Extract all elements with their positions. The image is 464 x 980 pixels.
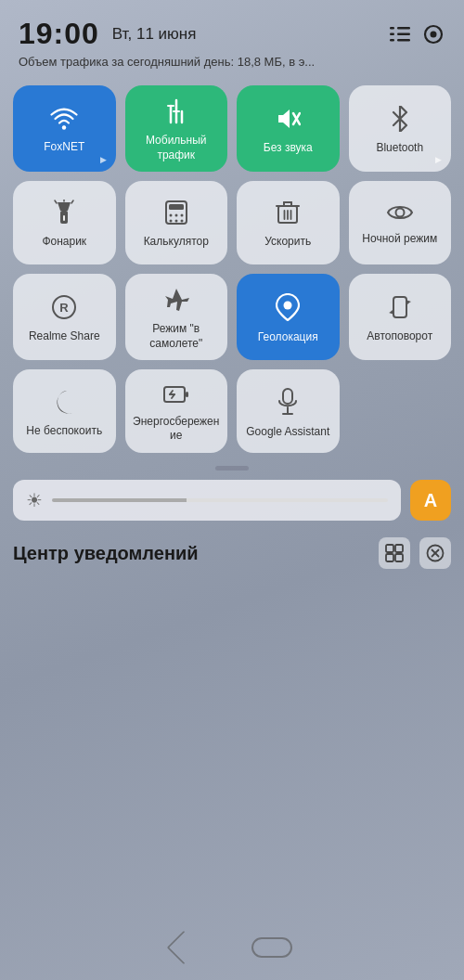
svg-point-25 — [169, 214, 172, 217]
autorotate-icon — [387, 294, 413, 324]
tile-accelerate[interactable]: Ускорить — [237, 181, 340, 264]
tile-autorotate[interactable]: Автоповорот — [349, 274, 452, 360]
svg-point-26 — [174, 214, 177, 217]
night-mode-label: Ночной режим — [362, 232, 437, 247]
svg-rect-49 — [283, 389, 292, 404]
night-mode-icon — [387, 202, 413, 226]
svg-point-29 — [174, 220, 177, 223]
wifi-label: FoxNET — [44, 140, 84, 155]
tile-calculator[interactable]: Калькулятор — [125, 181, 228, 264]
svg-rect-43 — [393, 297, 406, 317]
tile-airplane[interactable]: Режим "в самолете" — [125, 274, 228, 360]
svg-rect-24 — [169, 204, 184, 210]
silent-icon — [275, 106, 301, 135]
status-bar: 19:00 Вт, 11 июня — [0, 0, 464, 55]
mobile-traffic-icon — [164, 98, 188, 128]
tile-flashlight[interactable]: Фонарик — [13, 181, 116, 264]
tile-bluetooth[interactable]: Bluetooth▶ — [349, 85, 452, 172]
geolocation-icon — [276, 293, 300, 325]
google-assistant-icon — [277, 388, 298, 419]
tile-night-mode[interactable]: Ночной режим — [349, 181, 452, 264]
brightness-row: ☀ A — [13, 480, 451, 521]
realme-share-icon: R — [51, 294, 77, 324]
tile-battery-saver[interactable]: Энергосбережение — [125, 369, 228, 453]
svg-rect-1 — [397, 32, 410, 35]
calculator-label: Калькулятор — [144, 235, 209, 250]
airplane-icon — [163, 287, 189, 316]
svg-point-28 — [169, 220, 172, 223]
flashlight-label: Фонарик — [42, 235, 86, 250]
quick-tiles-grid: FoxNET▶ Мобильный трафик Без звука Bluet… — [0, 78, 464, 453]
airplane-label: Режим "в самолете" — [131, 322, 223, 351]
svg-line-21 — [71, 200, 73, 203]
svg-marker-18 — [58, 202, 71, 211]
accelerate-label: Ускорить — [264, 235, 311, 250]
back-arrow-icon — [167, 931, 201, 965]
svg-point-30 — [180, 220, 183, 223]
battery-saver-icon — [163, 383, 189, 409]
svg-point-7 — [431, 31, 437, 37]
svg-point-8 — [62, 125, 66, 129]
nav-bar — [0, 915, 464, 980]
notification-layout-button[interactable] — [379, 537, 410, 569]
status-icons — [388, 22, 445, 46]
tile-geolocation[interactable]: Геолокация — [237, 274, 340, 360]
scroll-indicator — [0, 466, 464, 471]
geolocation-label: Геолокация — [258, 330, 318, 345]
notification-clear-button[interactable] — [419, 537, 451, 569]
tile-wifi[interactable]: FoxNET▶ — [13, 85, 116, 172]
status-date: Вт, 11 июня — [112, 25, 197, 44]
svg-rect-4 — [390, 32, 394, 35]
scroll-dot — [215, 466, 249, 471]
tile-mobile-traffic[interactable]: Мобильный трафик — [125, 85, 228, 172]
flashlight-icon — [53, 200, 75, 229]
autorotate-label: Автоповорот — [367, 329, 432, 344]
svg-point-27 — [180, 214, 183, 217]
battery-saver-label: Энергосбережение — [131, 415, 223, 444]
mobile-traffic-label: Мобильный трафик — [131, 134, 223, 162]
bluetooth-icon — [389, 106, 411, 135]
svg-rect-54 — [386, 554, 393, 561]
svg-rect-55 — [395, 554, 403, 561]
brightness-slider[interactable] — [52, 498, 388, 502]
nav-home-button[interactable] — [251, 937, 292, 958]
silent-label: Без звука — [264, 141, 313, 156]
bluetooth-arrow-icon: ▶ — [435, 155, 442, 164]
tile-dnd[interactable]: Не беспокоить — [13, 369, 116, 453]
calculator-icon — [164, 200, 188, 229]
svg-rect-53 — [395, 545, 403, 552]
svg-rect-45 — [186, 392, 188, 397]
svg-rect-0 — [397, 27, 410, 30]
notification-area — [13, 578, 451, 708]
list-icon — [388, 22, 412, 46]
tile-realme-share[interactable]: R Realme Share — [13, 274, 116, 360]
dnd-icon — [52, 389, 76, 419]
bluetooth-label: Bluetooth — [376, 141, 423, 156]
accelerate-icon — [276, 200, 300, 229]
svg-line-20 — [55, 200, 57, 203]
status-time: 19:00 — [19, 17, 99, 51]
svg-point-42 — [284, 301, 292, 309]
realme-share-label: Realme Share — [29, 329, 100, 344]
traffic-info: Объем трафика за сегодняшний день: 18,8 … — [0, 55, 464, 78]
nav-back-button[interactable] — [172, 935, 196, 960]
google-assistant-label: Google Assistant — [246, 425, 329, 440]
wifi-arrow-icon: ▶ — [100, 155, 107, 164]
brightness-icon: ☀ — [26, 489, 43, 511]
tile-google-assistant[interactable]: Google Assistant — [237, 369, 340, 453]
svg-point-39 — [395, 209, 404, 217]
auto-brightness-button[interactable]: A — [410, 480, 451, 521]
notification-center-label: Центр уведомлений — [13, 543, 199, 564]
tile-silent[interactable]: Без звука — [237, 85, 340, 172]
home-pill-icon — [251, 937, 292, 958]
svg-rect-3 — [390, 27, 394, 30]
svg-marker-14 — [278, 110, 290, 128]
svg-rect-52 — [386, 545, 393, 552]
brightness-slider-container[interactable]: ☀ — [13, 480, 401, 521]
dnd-label: Не беспокоить — [26, 424, 102, 439]
wifi-icon — [50, 107, 78, 135]
settings-icon[interactable] — [421, 22, 445, 46]
svg-text:R: R — [60, 301, 70, 315]
notification-center-icons — [379, 537, 451, 569]
svg-rect-2 — [397, 39, 410, 42]
